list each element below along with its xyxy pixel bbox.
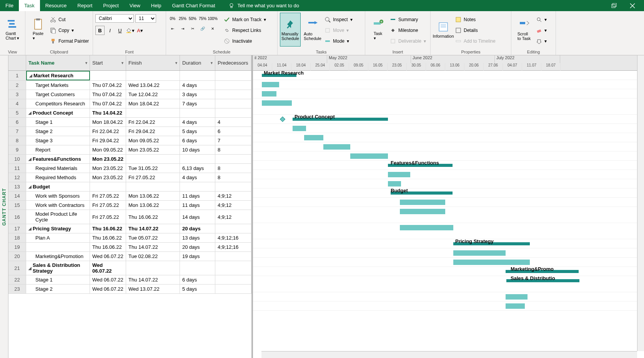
- task-name-cell[interactable]: Target Markets: [26, 81, 90, 90]
- finish-cell[interactable]: Fri 22.04.22: [126, 118, 180, 127]
- predecessors-cell[interactable]: [215, 71, 251, 80]
- summary-button[interactable]: Summary: [390, 15, 426, 24]
- outdent-button[interactable]: ⇤: [168, 24, 177, 33]
- finish-cell[interactable]: Mon 18.04.22: [126, 99, 180, 108]
- row-number[interactable]: 16: [8, 210, 26, 224]
- row-number[interactable]: 22: [8, 275, 26, 284]
- finish-cell[interactable]: Mon 23.05.22: [126, 145, 180, 154]
- finish-cell[interactable]: [126, 155, 180, 163]
- finish-cell[interactable]: Thu 14.07.22: [126, 275, 180, 284]
- predecessors-cell[interactable]: 4;9;12: [215, 210, 251, 224]
- table-row[interactable]: 9ReportMon 09.05.22Mon 23.05.2210 days8: [8, 145, 251, 155]
- predecessors-cell[interactable]: 4;9;12;16: [215, 233, 251, 242]
- table-row[interactable]: 13◢Budget: [8, 182, 251, 191]
- duration-cell[interactable]: 10 days: [180, 145, 215, 154]
- duration-cell[interactable]: 6 days: [180, 275, 215, 284]
- task-name-cell[interactable]: Stage 3: [26, 136, 90, 145]
- task-bar[interactable]: [262, 91, 276, 97]
- pct-75-button[interactable]: 75%: [198, 14, 207, 23]
- table-row[interactable]: 17◢Pricing StrategyThu 16.06.22Thu 14.07…: [8, 224, 251, 233]
- task-bar[interactable]: [304, 135, 323, 140]
- row-number[interactable]: 7: [8, 127, 26, 136]
- task-name-header[interactable]: Task Name▼: [26, 55, 90, 70]
- finish-cell[interactable]: Tue 05.07.22: [126, 233, 180, 242]
- start-cell[interactable]: Thu 16.06.22: [90, 224, 126, 233]
- task-bar[interactable]: [453, 260, 530, 265]
- finish-cell[interactable]: Tue 02.08.22: [126, 252, 180, 261]
- table-row[interactable]: 22Stage 1Wed 06.07.22Thu 14.07.226 days: [8, 275, 251, 285]
- tab-gantt-chart-format[interactable]: Gantt Chart Format: [167, 0, 221, 11]
- duration-cell[interactable]: 3 days: [180, 90, 215, 99]
- table-row[interactable]: 14Work with SponsorsFri 27.05.22Mon 13.0…: [8, 191, 251, 201]
- task-bar[interactable]: [350, 153, 388, 159]
- duration-cell[interactable]: 11 days: [180, 201, 215, 210]
- predecessors-cell[interactable]: 8: [215, 173, 251, 182]
- cut-button[interactable]: Cut: [50, 15, 89, 24]
- task-name-cell[interactable]: Work with Sponsors: [26, 191, 90, 200]
- finish-cell[interactable]: Wed 13.04.22: [126, 81, 180, 90]
- task-bar[interactable]: [293, 126, 306, 131]
- pct-50-button[interactable]: 50%: [188, 14, 197, 23]
- task-name-cell[interactable]: Work with Contractors: [26, 201, 90, 210]
- predecessors-cell[interactable]: 8: [215, 145, 251, 154]
- row-number[interactable]: 11: [8, 164, 26, 173]
- table-row[interactable]: 3Target CustomersThu 07.04.22Tue 12.04.2…: [8, 90, 251, 99]
- task-bar[interactable]: [506, 294, 528, 300]
- finish-cell[interactable]: Wed 13.07.22: [126, 285, 180, 293]
- predecessors-header[interactable]: Predecessors: [215, 55, 251, 70]
- finish-cell[interactable]: Mon 13.06.22: [126, 201, 180, 210]
- table-row[interactable]: 6Stage 1Mon 18.04.22Fri 22.04.224 days4: [8, 118, 251, 127]
- tab-help[interactable]: Help: [146, 0, 167, 11]
- predecessors-cell[interactable]: [215, 155, 251, 163]
- table-row[interactable]: 12Required MethodsMon 23.05.22Fri 27.05.…: [8, 173, 251, 182]
- predecessors-cell[interactable]: 4: [215, 118, 251, 127]
- indent-button[interactable]: ⇥: [178, 24, 187, 33]
- predecessors-cell[interactable]: [215, 224, 251, 233]
- finish-cell[interactable]: Thu 16.06.22: [126, 210, 180, 224]
- duration-cell[interactable]: 4 days: [180, 118, 215, 127]
- predecessors-cell[interactable]: 7: [215, 136, 251, 145]
- task-name-cell[interactable]: Required Materials: [26, 164, 90, 173]
- start-cell[interactable]: Fri 29.04.22: [90, 136, 126, 145]
- table-row[interactable]: 7Stage 2Fri 22.04.22Fri 29.04.225 days6: [8, 127, 251, 136]
- bold-button[interactable]: B: [95, 26, 105, 35]
- finish-cell[interactable]: Thu 14.07.22: [126, 243, 180, 251]
- tab-file[interactable]: File: [0, 0, 19, 11]
- task-name-cell[interactable]: Report: [26, 145, 90, 154]
- finish-cell[interactable]: Mon 13.06.22: [126, 191, 180, 200]
- task-bar[interactable]: [453, 250, 506, 256]
- table-row[interactable]: 2Target MarketsThu 07.04.22Wed 13.04.224…: [8, 81, 251, 90]
- vertical-scrollbar[interactable]: [637, 55, 644, 351]
- table-row[interactable]: 4Competitors ResearchThu 07.04.22Mon 18.…: [8, 99, 251, 108]
- font-family-select[interactable]: Calibri: [95, 14, 134, 23]
- task-bar[interactable]: [388, 181, 401, 186]
- start-cell[interactable]: Thu 16.06.22: [90, 233, 126, 242]
- underline-button[interactable]: U: [115, 26, 125, 35]
- row-number-header[interactable]: [8, 55, 26, 70]
- row-number[interactable]: 12: [8, 173, 26, 182]
- row-number[interactable]: 8: [8, 136, 26, 145]
- task-bar[interactable]: [323, 144, 350, 150]
- duration-cell[interactable]: 14 days: [180, 210, 215, 224]
- task-name-cell[interactable]: ◢Product Concept: [26, 108, 90, 117]
- finish-cell[interactable]: Tue 31.05.22: [126, 164, 180, 173]
- fill-button[interactable]: ▾: [536, 37, 547, 45]
- task-bar[interactable]: [400, 209, 445, 214]
- task-name-cell[interactable]: Stage 2: [26, 127, 90, 136]
- duration-cell[interactable]: 6,13 days: [180, 164, 215, 173]
- row-number[interactable]: 21: [8, 261, 26, 275]
- row-number[interactable]: 10: [8, 155, 26, 163]
- link-button[interactable]: 🔗: [198, 24, 207, 33]
- task-name-cell[interactable]: ◢Sales & Distribution Strategy: [26, 261, 90, 275]
- task-name-cell[interactable]: Required Methods: [26, 173, 90, 182]
- task-name-cell[interactable]: Target Customers: [26, 90, 90, 99]
- tab-project[interactable]: Project: [98, 0, 124, 11]
- start-cell[interactable]: Mon 23.05.22: [90, 155, 126, 163]
- row-number[interactable]: 2: [8, 81, 26, 90]
- tab-task[interactable]: Task: [19, 0, 40, 11]
- predecessors-cell[interactable]: 8: [215, 164, 251, 173]
- task-name-cell[interactable]: [26, 243, 90, 251]
- row-number[interactable]: 20: [8, 252, 26, 261]
- task-name-cell[interactable]: Stage 1: [26, 275, 90, 284]
- predecessors-cell[interactable]: [215, 261, 251, 275]
